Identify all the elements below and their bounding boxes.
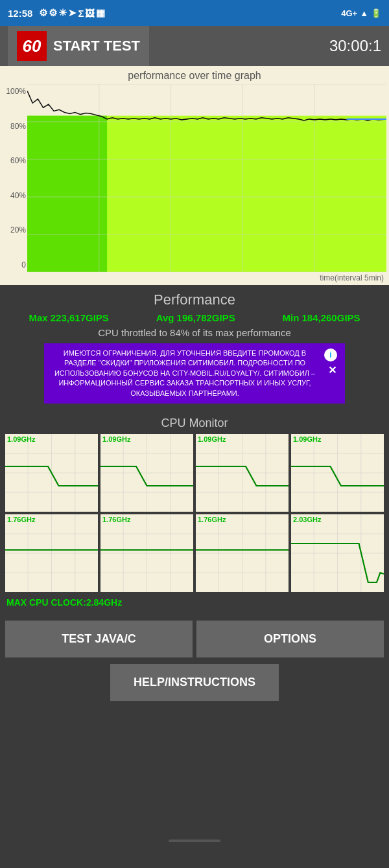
navigation-icon: ➤ bbox=[68, 7, 77, 19]
y-label-80: 80% bbox=[4, 122, 26, 131]
cpu-core-7-freq: 1.76GHz bbox=[198, 516, 226, 523]
graph-section: performance over time graph 100% 80% 60%… bbox=[0, 66, 389, 285]
options-button[interactable]: OPTIONS bbox=[196, 621, 384, 657]
test-java-c-button[interactable]: TEST JAVA/C bbox=[5, 621, 193, 657]
status-bar: 12:58 ⚙ ⚙ ☀ ➤ Σ 🖼 ▦ 4G+ ▲ 🔋 bbox=[0, 0, 389, 26]
bottom-space bbox=[0, 710, 389, 839]
cpu-monitor-title: CPU Monitor bbox=[5, 417, 384, 430]
perf-stats: Max 223,617GIPS Avg 196,782GIPS Min 184,… bbox=[5, 312, 384, 323]
cpu-core-8: 2.03GHz bbox=[291, 514, 384, 592]
ad-text: ИМЕЮТСЯ ОГРАНИЧЕНИЯ. ДЛЯ УТОЧНЕНИЯ ВВЕДИ… bbox=[49, 348, 320, 398]
y-label-60: 60% bbox=[4, 156, 26, 165]
help-instructions-button[interactable]: HELP/INSTRUCTIONS bbox=[110, 664, 279, 701]
y-label-0: 0 bbox=[4, 260, 26, 269]
cpu-core-1-freq: 1.09GHz bbox=[7, 435, 35, 443]
calendar-icon: ▦ bbox=[96, 7, 105, 19]
cpu-grid: 1.09GHz 1.09GHz bbox=[5, 434, 384, 592]
status-left: 12:58 ⚙ ⚙ ☀ ➤ Σ 🖼 ▦ bbox=[8, 7, 105, 19]
performance-graph-svg bbox=[27, 84, 386, 272]
logo-text: 60 bbox=[23, 36, 41, 56]
ad-close-button[interactable]: ✕ bbox=[324, 364, 340, 376]
performance-title: Performance bbox=[5, 291, 384, 308]
image-icon: 🖼 bbox=[85, 8, 95, 19]
cpu-core-5-freq: 1.76GHz bbox=[7, 516, 35, 523]
y-label-20: 20% bbox=[4, 225, 26, 234]
graph-container: 100% 80% 60% 40% 20% 0 bbox=[3, 84, 386, 272]
brightness-icon: ☀ bbox=[58, 7, 67, 19]
start-test-label: START TEST bbox=[53, 38, 140, 54]
settings-icon1: ⚙ bbox=[39, 7, 47, 19]
svg-rect-2 bbox=[27, 116, 107, 272]
cpu-core-6-freq: 1.76GHz bbox=[102, 516, 130, 523]
status-time: 12:58 bbox=[8, 8, 32, 19]
battery-icon: 🔋 bbox=[371, 8, 381, 18]
cpu-core-4-freq: 1.09GHz bbox=[293, 435, 321, 443]
top-bar: 60 START TEST 30:00:1 bbox=[0, 26, 389, 66]
start-test-button[interactable]: 60 START TEST bbox=[8, 26, 149, 66]
ad-info-button[interactable]: i bbox=[324, 348, 337, 361]
y-axis: 100% 80% 60% 40% 20% 0 bbox=[3, 84, 27, 272]
graph-canvas-wrap bbox=[27, 84, 386, 272]
x-axis-label: time(interval 5min) bbox=[3, 273, 386, 282]
btn-help-row: HELP/INSTRUCTIONS bbox=[0, 664, 389, 710]
cpu-core-6: 1.76GHz bbox=[100, 514, 193, 592]
status-right: 4G+ ▲ 🔋 bbox=[341, 8, 381, 18]
perf-min: Min 184,260GIPS bbox=[283, 312, 360, 323]
cpu-core-2: 1.09GHz bbox=[100, 434, 193, 512]
ad-controls: i ✕ bbox=[324, 348, 340, 376]
sigma-icon: Σ bbox=[78, 8, 84, 19]
cpu-core-8-freq: 2.03GHz bbox=[293, 516, 321, 523]
buttons-row: TEST JAVA/C OPTIONS bbox=[0, 614, 389, 664]
cpu-core-4: 1.09GHz bbox=[291, 434, 384, 512]
settings-icon2: ⚙ bbox=[49, 7, 57, 19]
y-label-40: 40% bbox=[4, 191, 26, 200]
graph-title: performance over time graph bbox=[3, 70, 386, 82]
max-clock-label: MAX CPU CLOCK:2.84GHz bbox=[5, 595, 384, 610]
logo-box: 60 bbox=[17, 31, 47, 61]
perf-section: Performance Max 223,617GIPS Avg 196,782G… bbox=[0, 285, 389, 413]
y-label-100: 100% bbox=[4, 87, 26, 96]
cpu-core-2-freq: 1.09GHz bbox=[102, 435, 130, 443]
perf-max: Max 223,617GIPS bbox=[29, 312, 108, 323]
cpu-core-7: 1.76GHz bbox=[196, 514, 289, 592]
cpu-core-5: 1.76GHz bbox=[5, 514, 98, 592]
perf-avg: Avg 196,782GIPS bbox=[156, 312, 235, 323]
scroll-hint bbox=[169, 839, 220, 842]
cpu-monitor-section: CPU Monitor 1.09GHz 1.09GHz bbox=[0, 413, 389, 614]
cpu-core-1: 1.09GHz bbox=[5, 434, 98, 512]
timer-display: 30:00:1 bbox=[329, 37, 381, 55]
cpu-core-3-freq: 1.09GHz bbox=[198, 435, 226, 443]
signal-label: 4G+ bbox=[341, 8, 357, 18]
cpu-core-3: 1.09GHz bbox=[196, 434, 289, 512]
signal-bars-icon: ▲ bbox=[360, 8, 368, 18]
ad-banner: ИМЕЮТСЯ ОГРАНИЧЕНИЯ. ДЛЯ УТОЧНЕНИЯ ВВЕДИ… bbox=[44, 343, 345, 404]
throttle-text: CPU throttled to 84% of its max performa… bbox=[5, 327, 384, 338]
